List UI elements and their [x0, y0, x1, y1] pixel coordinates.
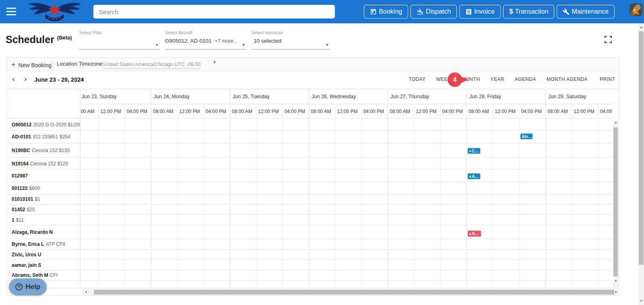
view-tab-month-agenda[interactable]: MONTH AGENDA	[547, 76, 588, 82]
resource-column: G9050122020 G G-2020 $1200AD-0101322 233…	[7, 119, 80, 289]
scroll-down-icon[interactable]: ▼	[614, 280, 617, 283]
more-count: +7 more..	[215, 38, 236, 44]
nav-button-label: Maintenance	[572, 8, 609, 15]
resource-row[interactable]: AD-0101322 233651 $254	[7, 131, 80, 143]
grid-line	[80, 270, 613, 270]
plus-icon: +	[11, 61, 16, 69]
timezone-label: Location Timezone:	[57, 61, 104, 67]
grid-line	[80, 260, 613, 260]
new-booking-button[interactable]: + New Booking	[11, 61, 52, 69]
resource-row[interactable]: 012987	[7, 170, 80, 182]
view-tab-today[interactable]: TODAY	[409, 76, 425, 82]
grid-line	[335, 119, 335, 289]
scroll-right-icon[interactable]: ►	[615, 291, 618, 294]
event-label: A…	[472, 174, 479, 179]
select-pilot-dropdown[interactable]: Select Pilot ▼	[79, 30, 160, 49]
scroll-down-icon[interactable]: ▼	[640, 299, 643, 303]
chevron-down-icon[interactable]: ▼	[213, 60, 217, 64]
grid-line	[80, 249, 613, 250]
time-header-cell: 08:00 AM	[309, 104, 335, 119]
grid-line	[151, 119, 151, 289]
timezone-select[interactable]: United States America/Chicago UTC -06:00	[103, 62, 200, 69]
event-chip[interactable]: «C…	[468, 148, 480, 154]
resource-row[interactable]: G9050122020 G G-2020 $1200	[7, 119, 80, 131]
company-logo[interactable]	[23, 1, 86, 23]
day-header-cell: Jun 27, Thursday	[388, 90, 466, 104]
resource-row[interactable]: 01452$20	[7, 204, 80, 215]
resource-code: Abrams, Seth M	[12, 272, 48, 278]
time-header-cell: 08:00 AM	[388, 104, 414, 119]
resource-row[interactable]: Zivic, Uros U	[7, 250, 80, 260]
nav-button-label: Dispatch	[426, 8, 451, 15]
resource-row[interactable]: 01010101$1	[7, 194, 80, 204]
resource-detail: Cessna 152 $130	[32, 148, 70, 153]
resource-row[interactable]: Alzaga, Ricardo N	[7, 225, 80, 239]
scroll-left-icon[interactable]: ◄	[84, 291, 87, 294]
event-chip[interactable]: Alv…	[520, 134, 533, 139]
time-header-row: 08:00 AM12:00 PM04:00 PM08:00 AM12:00 PM…	[80, 104, 613, 119]
scroll-up-icon[interactable]: ▲	[614, 121, 617, 124]
grid-vertical-scrollbar[interactable]: ▲ ▼	[613, 120, 618, 289]
scrollbar-thumb[interactable]	[613, 128, 618, 276]
time-header-cell: 12:00 PM	[177, 104, 203, 119]
search-input[interactable]	[93, 5, 335, 19]
nav-button-invoice[interactable]: Invoice	[459, 5, 501, 19]
resource-code: N19164	[12, 161, 29, 167]
time-header-cell: 04:00 PM	[361, 104, 388, 119]
continues-left-icon: «	[469, 174, 471, 179]
select-instructor-dropdown[interactable]: Select Instructor 10 selected ▼	[251, 30, 330, 49]
grid-line	[204, 119, 204, 289]
view-tab-year[interactable]: YEAR	[490, 76, 504, 82]
user-avatar[interactable]	[630, 3, 642, 16]
grid-line	[80, 214, 613, 215]
scheduler-app: BookingDispatchInvoice$TransactionMainte…	[0, 0, 644, 305]
resource-row[interactable]: Byrne, Erica LATP CFII	[7, 239, 80, 250]
date-range-label[interactable]: June 23 - 29, 2024	[34, 76, 84, 83]
wrench-icon	[563, 8, 570, 15]
scrollbar-thumb[interactable]	[639, 31, 644, 265]
event-chip[interactable]: «A…	[468, 231, 481, 237]
resource-code: 001122	[12, 185, 27, 191]
resource-detail: ATP CFII	[46, 241, 65, 247]
nav-button-booking[interactable]: Booking	[364, 5, 408, 19]
scrollbar-thumb[interactable]	[94, 290, 614, 295]
grid-line	[283, 119, 283, 289]
grid-horizontal-scrollbar[interactable]: ◄ ►	[82, 289, 619, 295]
prev-week-button[interactable]: ‹	[12, 75, 14, 83]
chevron-down-icon[interactable]: ▼	[80, 77, 85, 82]
resource-row[interactable]: 1$11	[7, 215, 80, 225]
schedule-grid[interactable]: Alv…«C…«A…«A…	[80, 119, 613, 289]
resource-row[interactable]: aamar, jain S	[7, 260, 80, 270]
fullscreen-icon[interactable]	[605, 36, 612, 43]
next-week-button[interactable]: ›	[24, 75, 27, 83]
resource-detail: $20	[27, 207, 35, 212]
print-button[interactable]: PRINT	[600, 76, 615, 82]
help-button[interactable]: ? Help	[9, 278, 47, 295]
time-header-cell: 08:00 AM	[151, 104, 177, 119]
day-header-row: Jun 23, SundayJun 24, MondayJun 25, Tues…	[80, 90, 613, 104]
resource-code: AD-0101	[12, 134, 31, 140]
nav-button-transaction[interactable]: $Transaction	[503, 5, 554, 19]
time-header-cell: 08:00 AM	[80, 104, 98, 119]
view-tab-agenda[interactable]: AGENDA	[515, 76, 536, 82]
time-header-cell: 04:00 PM	[598, 104, 613, 119]
nav-button-dispatch[interactable]: Dispatch	[411, 5, 457, 19]
resource-row[interactable]: N190BCCessna 152 $130	[7, 143, 80, 158]
resource-row[interactable]: N19164Cessna 152 $120	[7, 158, 80, 170]
resource-code: aamar, jain S	[12, 262, 41, 268]
select-aircraft-dropdown[interactable]: Select Aircraft G905012, AD-0101+7 more.…	[165, 30, 246, 49]
scroll-up-icon[interactable]: ▲	[640, 26, 643, 29]
page-scrollbar[interactable]: ▲ ▼	[638, 23, 644, 305]
grid-line	[598, 119, 599, 289]
time-header-cell: 04:00 PM	[283, 104, 309, 119]
nav-button-maintenance[interactable]: Maintenance	[557, 5, 615, 19]
menu-icon[interactable]	[6, 8, 16, 16]
time-header-cell: 04:00 PM	[204, 104, 230, 119]
resource-code: 012987	[12, 173, 28, 179]
resource-row[interactable]: 001122$800	[7, 182, 80, 194]
event-chip[interactable]: «A…	[468, 173, 480, 179]
top-app-bar: BookingDispatchInvoice$TransactionMainte…	[0, 0, 644, 23]
resource-code: Alzaga, Ricardo N	[12, 229, 53, 235]
time-header-cell: 12:00 PM	[335, 104, 361, 119]
header-nav-buttons: BookingDispatchInvoice$TransactionMainte…	[364, 5, 615, 19]
